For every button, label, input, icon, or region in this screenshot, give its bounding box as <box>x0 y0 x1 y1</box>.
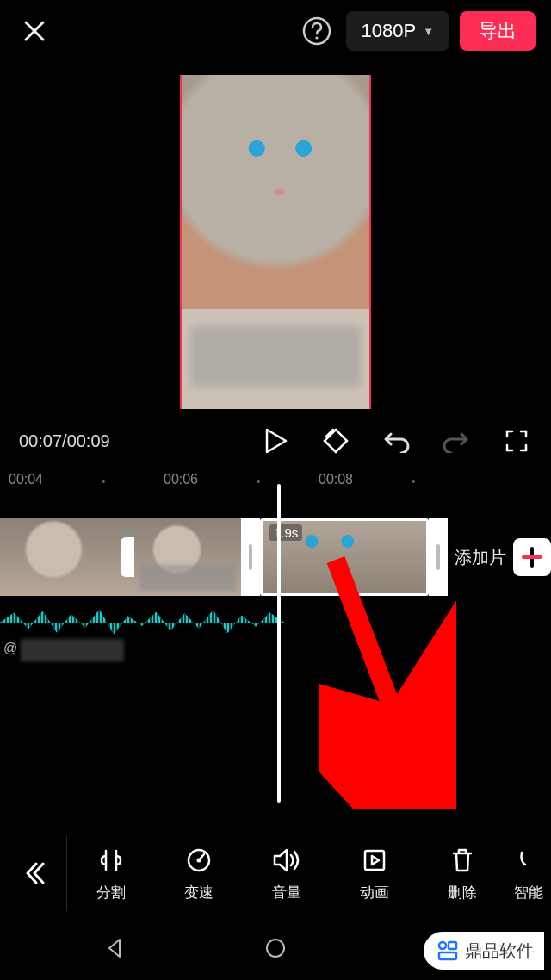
tool-label: 音量 <box>272 883 301 902</box>
fullscreen-button[interactable] <box>501 425 532 456</box>
resolution-label: 1080P <box>362 20 417 42</box>
speed-icon <box>183 845 214 876</box>
add-clip-label: 添加片 <box>455 546 506 569</box>
svg-point-7 <box>439 942 446 949</box>
clip-handle-left[interactable] <box>241 518 260 596</box>
video-track[interactable]: I 1.9s 添加片 <box>0 518 551 596</box>
add-clip-button[interactable] <box>513 538 551 576</box>
clip-duration-badge: 1.9s <box>269 524 302 541</box>
audio-author-prefix: @ <box>3 641 17 656</box>
audio-author-blur <box>21 639 124 661</box>
nav-home-button[interactable] <box>263 936 288 964</box>
tool-label: 删除 <box>448 883 477 902</box>
audio-waveform[interactable] <box>0 606 284 639</box>
nav-back-button[interactable] <box>102 936 127 964</box>
clip-handle-right[interactable] <box>429 518 448 596</box>
tool-label: 智能 <box>514 883 543 902</box>
svg-rect-9 <box>439 952 456 959</box>
ruler-tick: 00:06 <box>164 472 198 487</box>
volume-icon <box>271 845 302 876</box>
preview-caption-blur <box>190 326 361 387</box>
video-clip-selected[interactable]: 1.9s <box>260 518 429 596</box>
ruler-tick: 00:08 <box>319 472 353 487</box>
watermark-text: 鼎品软件 <box>465 940 534 963</box>
play-button[interactable] <box>260 425 291 456</box>
export-button[interactable]: 导出 <box>460 11 536 51</box>
video-preview-frame <box>180 75 371 409</box>
tool-label: 变速 <box>184 883 214 902</box>
chevron-down-icon: ▼ <box>423 25 434 38</box>
resolution-selector[interactable]: 1080P ▼ <box>346 11 450 51</box>
split-icon <box>96 845 127 876</box>
tool-animation[interactable]: 动画 <box>331 845 418 902</box>
animation-icon <box>359 845 390 876</box>
svg-point-6 <box>267 940 284 957</box>
tool-label: 分割 <box>96 883 126 902</box>
collapse-toolbar-button[interactable] <box>0 835 67 911</box>
undo-button[interactable] <box>381 425 412 456</box>
tool-smart[interactable]: 智能 <box>506 845 551 902</box>
tool-label: 动画 <box>360 883 389 902</box>
svg-point-4 <box>197 858 201 862</box>
timeline-ruler[interactable]: 00:04 00:06 00:08 <box>0 472 551 494</box>
redo-button[interactable] <box>441 425 472 456</box>
tool-volume[interactable]: 音量 <box>243 845 331 902</box>
svg-rect-5 <box>365 851 384 870</box>
delete-icon <box>447 845 478 876</box>
svg-point-1 <box>315 36 318 39</box>
help-button[interactable] <box>298 12 336 50</box>
edit-toolbar: 分割 变速 音量 动画 删除 <box>0 835 551 911</box>
smart-icon <box>513 845 544 876</box>
video-preview-area[interactable] <box>0 62 551 415</box>
watermark-logo-icon <box>436 939 460 963</box>
tool-split[interactable]: 分割 <box>67 845 155 902</box>
audio-track[interactable] <box>0 606 551 639</box>
tool-speed[interactable]: 变速 <box>155 845 243 902</box>
watermark-badge: 鼎品软件 <box>424 932 544 970</box>
svg-rect-8 <box>449 942 456 949</box>
playhead[interactable] <box>277 484 281 803</box>
video-clip[interactable] <box>0 518 134 596</box>
tool-delete[interactable]: 删除 <box>418 845 506 902</box>
close-button[interactable] <box>15 12 53 50</box>
export-label: 导出 <box>479 18 517 44</box>
video-clip[interactable] <box>134 518 241 596</box>
keyframe-button[interactable] <box>320 425 351 456</box>
playback-time: 00:07/00:09 <box>19 431 231 451</box>
ruler-tick: 00:04 <box>9 472 43 487</box>
